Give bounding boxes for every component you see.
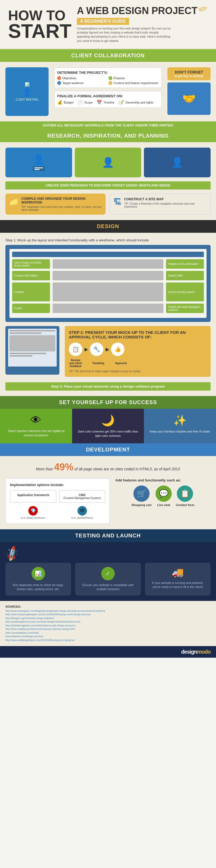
checklist-item: ✓ Target audience xyxy=(57,81,107,85)
create-bar: CREATE USER PERSONAS TO DISCOVER TARGET … xyxy=(5,181,211,189)
cart-icon: 🛒 xyxy=(133,486,150,502)
source-link-2[interactable]: http://designm.ag/2013/web-design-statis… xyxy=(5,617,211,620)
gather-bar: GATHER ALL NECESSARY MATERIALS FROM THE … xyxy=(0,121,216,129)
dev-two-col: Implementation options include: Applicat… xyxy=(5,478,211,524)
wf-label-contact: Contact information xyxy=(12,271,50,280)
wrench-icon: 🔧 xyxy=(94,346,100,352)
dont-forget-label: DON'T FORGET xyxy=(170,70,208,74)
sources-title: SOURCES: xyxy=(5,605,211,608)
step1-label: Step 1: Mock up the layout and intended … xyxy=(5,238,211,242)
wf-row-2: Contact information Search field xyxy=(12,271,204,280)
wf-block-2 xyxy=(52,271,164,280)
source-link-6[interactable]: www.31marketplace.com/tools/ xyxy=(5,631,211,635)
wf-block-1 xyxy=(52,259,164,269)
wf-label-content: Content xyxy=(12,282,50,302)
source-link-0[interactable]: http://www.shopoganic.com/blog/web-desig… xyxy=(5,609,211,613)
source-link-8[interactable]: http://www.webdesigndepot.com/2015/04/th… xyxy=(5,639,211,642)
subtitle-badge: A BEGINNER'S GUIDE xyxy=(77,18,129,25)
testing-cards: 📊 Run diagnostic tests to check for bugs… xyxy=(5,563,211,595)
arrow-1: ▶ xyxy=(84,347,88,352)
impl-options: Application framework CMS (Content Manag… xyxy=(10,490,105,503)
persona-avatar-3: 👤 xyxy=(171,157,183,168)
wf-row-4: Footer Global and local navigation syste… xyxy=(12,304,204,313)
step2-mockup xyxy=(5,326,60,375)
finalize-item-ownership: 📝 Ownership and rights xyxy=(118,100,153,105)
feature-form: 📋 Contact form xyxy=(176,486,194,506)
client-inner: 📊 👤 CLIENT MEETING DETERMINE THE PROJECT… xyxy=(5,67,211,116)
wf-block-3 xyxy=(52,282,164,302)
testing-card-2: 🚚 If your website is running and polishe… xyxy=(145,563,211,595)
testing-text-1: Ensure your website is compatible with m… xyxy=(79,583,137,591)
mock-line-2 xyxy=(9,333,42,334)
checklist-item: ✓ Content and feature requirements xyxy=(109,81,159,85)
scope-icon: 📄 xyxy=(77,100,83,105)
label-tweak: Tweaking xyxy=(92,362,105,365)
client-center: DETERMINE THE PROJECT'S: ✓ Objectives ✓ … xyxy=(54,67,162,108)
wf-row-3: Content Social sharing buttons xyxy=(12,282,204,302)
timeline-icon: 📅 xyxy=(97,100,102,105)
wf-label-navigation: Global and local navigation systems xyxy=(166,304,204,313)
source-link-3[interactable]: http://webdesignfromscratch.com/web-desi… xyxy=(5,620,211,624)
wireframe-container: Use of logos and other brand assets Head… xyxy=(5,245,211,322)
ownership-icon: 📝 xyxy=(118,100,124,105)
approval-step-approve: 👍 xyxy=(111,342,124,356)
header-description: Congratulations on landing your first we… xyxy=(77,27,172,43)
step3-bar: Step 3: Place your visual elements using… xyxy=(5,382,211,391)
approval-step-review: 📋 xyxy=(69,342,82,356)
stat-text: More than xyxy=(36,467,53,471)
personas-row: 👤 👤 👤 xyxy=(5,148,211,177)
success-cards: 👁 Select typeface elements that are legi… xyxy=(0,409,216,443)
wf-label-footer: Footer xyxy=(12,304,50,313)
impl-eg-row: 💎 e.g. RUBY ON RAILS W e.g. WORDPRESS xyxy=(10,506,105,519)
wf-block-4 xyxy=(52,304,164,313)
clipboard-icon: 📋 xyxy=(72,346,79,352)
label-approve: Approval xyxy=(114,362,128,365)
finalize-label: Budget xyxy=(64,101,73,104)
form-icon: 📋 xyxy=(177,486,193,502)
source-link-5[interactable]: http://www.usability.gov/what-and-why/us… xyxy=(5,627,211,631)
wireframe-inner: Use of logos and other brand assets Head… xyxy=(9,249,207,318)
design-section: Step 1: Mock up the layout and intended … xyxy=(0,233,216,396)
source-link-1[interactable]: http://www.sharpenigdesigner.com/2012/06… xyxy=(5,613,211,617)
construct-title: CONSTRUCT A SITE MAP xyxy=(124,197,207,201)
compile-tip: TIP: Inspiration can come from any mediu… xyxy=(21,206,102,211)
compile-box: 📁 COMPILE AND ORGANIZE YOUR DESIGN INSPI… xyxy=(5,193,106,215)
testing-text-2: If your website is running and polished,… xyxy=(149,581,207,589)
source-link-7[interactable]: www.sitepoint.com/design-process/ xyxy=(5,635,211,639)
research-section-header: RESEARCH, INSPIRATION, AND PLANNING xyxy=(0,129,216,142)
header: HOW TO START A WEB DESIGN PROJECT A BEGI… xyxy=(0,0,216,49)
finalize-item-budget: 💰 Budget xyxy=(57,100,73,105)
testing-text-0: Run diagnostic tests to check for bugs, … xyxy=(9,583,67,591)
mock-image-block xyxy=(9,335,56,351)
client-right-illustration: 🤝 xyxy=(168,83,211,115)
step2-mockup-inner xyxy=(8,329,57,367)
source-link-4[interactable]: http://websitemagazine.com/article/what-… xyxy=(5,624,211,628)
crane-icon: 🏗 xyxy=(113,197,121,207)
finalize-box: FINALIZE A FORMAL AGREEMENT ON: 💰 Budget… xyxy=(54,91,162,108)
persona-card-1: 👤 xyxy=(5,148,72,177)
check-icon-orange: ✓ xyxy=(57,76,61,80)
finalize-label: Timeline xyxy=(103,101,114,104)
checklist-label-0: Objectives xyxy=(62,76,76,80)
wf-center-4 xyxy=(52,304,164,313)
wf-label-social: Social sharing buttons xyxy=(166,282,204,302)
step2-section: Step 2: Present your mock-up to the clie… xyxy=(5,326,211,377)
construct-text: CONSTRUCT A SITE MAP TIP: Create a flowc… xyxy=(124,197,207,208)
wf-label-headers: Headers and subheaders xyxy=(166,259,204,269)
approval-labels: Review and client feedback Tweaking Appr… xyxy=(69,359,207,368)
folder-icon: 📁 xyxy=(9,197,19,206)
rocket-row: 🚀 xyxy=(5,548,211,560)
eg-label-wp: e.g. WORDPRESS xyxy=(59,517,106,519)
success-text-1: Dark color schemes get 35% more traffic … xyxy=(76,430,140,438)
truck-icon: 🚚 xyxy=(172,567,184,578)
chat-icon: 💬 xyxy=(155,486,172,502)
impl-label-0: Application framework xyxy=(13,493,53,497)
construct-tip: TIP: Create a flowchart of the navigatio… xyxy=(124,202,207,208)
feature-icons: 🛒 Shopping cart 💬 Live chat 📋 Contact fo… xyxy=(115,486,211,506)
persona-screen-1 xyxy=(33,166,45,171)
construct-box: 🏗 CONSTRUCT A SITE MAP TIP: Create a flo… xyxy=(110,193,211,215)
wf-label-search: Search field xyxy=(166,271,204,280)
diagnostic-badge: 📊 xyxy=(32,567,45,580)
stat-number: 49% xyxy=(54,461,73,472)
determine-title: DETERMINE THE PROJECT'S: xyxy=(57,70,159,74)
